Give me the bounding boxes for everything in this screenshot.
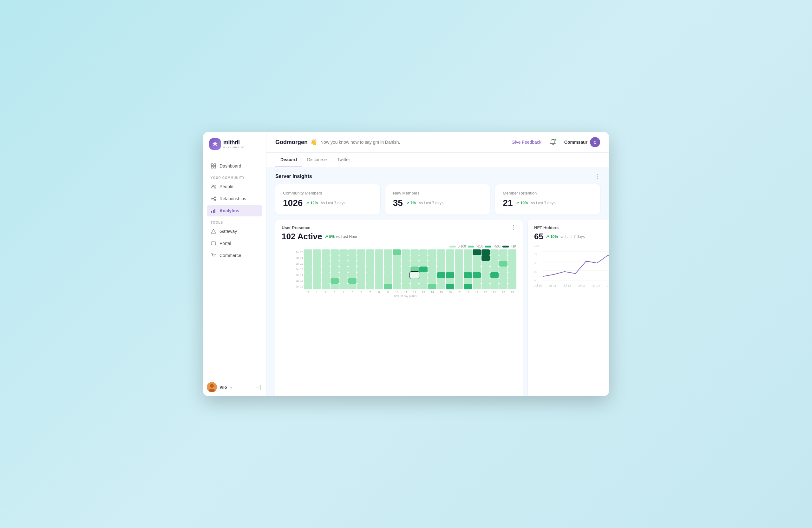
heatmap-cell — [357, 255, 365, 261]
feedback-link[interactable]: Give Feedback — [512, 140, 541, 145]
stat-label-community: Community Members — [283, 191, 373, 196]
heatmap-cell — [437, 267, 445, 272]
svg-rect-3 — [214, 166, 216, 168]
heatmap-cell — [339, 267, 348, 272]
heatmap-cell — [339, 255, 348, 261]
svg-rect-11 — [214, 209, 215, 213]
server-insights-more[interactable]: ⋮ — [594, 174, 600, 179]
heatmap-cell — [322, 249, 330, 255]
heatmap-cell — [437, 249, 445, 255]
heatmap-cell — [339, 272, 348, 278]
heatmap-cell — [481, 249, 490, 255]
heatmap-cell — [473, 267, 481, 272]
heatmap-cell — [348, 267, 357, 272]
heatmap-cell — [419, 249, 427, 255]
sidebar-item-portal[interactable]: Portal — [207, 238, 262, 249]
tab-discord[interactable]: Discord — [275, 153, 302, 167]
heatmap-cell — [490, 255, 498, 261]
heatmap-cell — [393, 272, 401, 278]
svg-marker-12 — [211, 229, 216, 233]
heatmap-cell — [304, 284, 312, 289]
heatmap-cell — [428, 267, 436, 272]
heatmap-cell — [499, 272, 508, 278]
stat-new-members: New Members 35 ↗ 7% vs Last 7 days — [386, 184, 490, 214]
sidebar-item-commerce[interactable]: Commerce — [207, 250, 262, 261]
heatmap-cell — [375, 272, 383, 278]
heatmap-cell — [393, 249, 401, 255]
heatmap-cell — [410, 272, 419, 278]
heatmap-cell — [455, 267, 463, 272]
heatmap-row-jul13: Jul 13 — [294, 267, 517, 272]
heatmap-cell — [508, 261, 517, 267]
heatmap-cell — [490, 278, 498, 284]
heatmap-cell — [464, 284, 472, 289]
sidebar-item-people[interactable]: People — [207, 181, 262, 192]
heatmap-cell — [357, 272, 365, 278]
heatmap-cell — [304, 255, 312, 261]
user-profile[interactable]: Commsaur C — [564, 137, 600, 147]
sidebar: mithril BY COMMSOR Dashboard YOUR COMMUN… — [203, 132, 266, 396]
heatmap-cell — [410, 284, 419, 289]
heatmap-cell — [464, 272, 472, 278]
user-info[interactable]: Vilo ▲ — [207, 382, 233, 392]
heatmap-cell — [313, 255, 321, 261]
notification-bell[interactable] — [548, 137, 558, 147]
heatmap-x-axis-title: Time of day (24hr) — [294, 295, 517, 298]
header: Godmorgen 👋 Now you know how to say gm i… — [266, 132, 609, 153]
heatmap-row-jul10: Jul 10 — [294, 249, 517, 255]
stat-period-community: vs Last 7 days — [321, 201, 345, 205]
svg-rect-10 — [213, 210, 214, 213]
commerce-icon — [211, 253, 216, 258]
greeting-emoji: 👋 — [310, 139, 317, 146]
heatmap-cell — [446, 267, 454, 272]
heatmap-cell — [499, 249, 508, 255]
sidebar-item-analytics[interactable]: Analytics — [207, 205, 262, 216]
heatmap-cell — [393, 255, 401, 261]
heatmap-cell — [455, 255, 463, 261]
heatmap-cell — [384, 278, 392, 284]
heatmap-cell — [490, 284, 498, 289]
heatmap-cell — [304, 278, 312, 284]
collapse-button[interactable]: ←| — [255, 383, 262, 391]
heatmap-cell — [437, 272, 445, 278]
heatmap-cell — [464, 267, 472, 272]
heatmap-cell — [508, 255, 517, 261]
stat-community-members: Community Members 1026 ↗ 12% vs Last 7 d… — [275, 184, 380, 214]
svg-rect-0 — [211, 164, 213, 166]
stat-label-retention: Member Retention — [503, 191, 593, 196]
heatmap-cell — [508, 278, 517, 284]
legend-250 — [468, 246, 474, 247]
nft-value-row: 65 ↗ 10% vs Last 7 days — [534, 232, 609, 241]
heatmap-cell — [473, 261, 481, 267]
sidebar-item-dashboard[interactable]: Dashboard — [207, 160, 262, 172]
heatmap-cell — [357, 249, 365, 255]
heatmap-cell — [313, 267, 321, 272]
heatmap-cell — [402, 261, 410, 267]
heatmap-row-jul16: Jul 16 — [294, 284, 517, 289]
tab-discourse[interactable]: Discourse — [302, 153, 332, 167]
heatmap-cell — [348, 278, 357, 284]
heatmap-cell — [481, 284, 490, 289]
stat-retention: Member Retention 21 ↗ 19% vs Last 7 days — [495, 184, 600, 214]
stat-badge-community: ↗ 12% — [306, 201, 318, 205]
heatmap-cell — [366, 255, 374, 261]
heatmap-cell — [366, 267, 374, 272]
heatmap-cell — [313, 249, 321, 255]
portal-label: Portal — [219, 241, 231, 246]
sidebar-nav: Dashboard YOUR COMMUNITY People — [203, 155, 266, 378]
legend-0-100 — [449, 246, 456, 247]
legend-1k — [503, 246, 509, 247]
heatmap-cell — [490, 249, 498, 255]
sidebar-item-relationships[interactable]: Relationships — [207, 193, 262, 204]
user-presence-more[interactable]: ⋮ — [511, 225, 517, 230]
heatmap-cell — [455, 272, 463, 278]
heatmap-cell — [473, 249, 481, 255]
tab-twitter[interactable]: Twitter — [332, 153, 355, 167]
trend-arrow-new: ↗ — [406, 201, 409, 205]
stat-value-row-new: 35 ↗ 7% vs Last 7 days — [393, 198, 483, 208]
nft-chart-wrapper: 100 75 50 25 0 — [534, 244, 609, 283]
heatmap-row-jul12: Jul 12 — [294, 261, 517, 267]
nft-chart-svg — [543, 244, 609, 282]
sidebar-item-gateway[interactable]: Gateway — [207, 226, 262, 237]
heatmap-cell — [348, 284, 357, 289]
